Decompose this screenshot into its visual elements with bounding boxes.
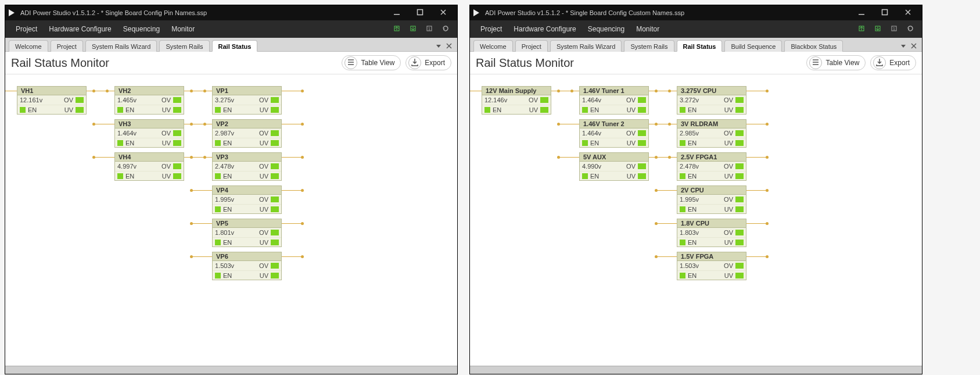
rail-node[interactable]: VH4 4.997v OV EN UV bbox=[114, 152, 184, 181]
rail-node[interactable]: 2.5V FPGA1 2.478v OV EN UV bbox=[677, 152, 746, 181]
uv-led bbox=[271, 173, 279, 179]
close-button[interactable] bbox=[896, 6, 920, 20]
connector-dot bbox=[190, 90, 193, 92]
toolbar-refresh[interactable] bbox=[439, 22, 453, 36]
close-button[interactable] bbox=[432, 6, 455, 20]
en-led bbox=[215, 273, 221, 278]
ov-label: OV bbox=[161, 163, 171, 170]
rail-node[interactable]: VP5 1.801v OV EN UV bbox=[212, 219, 282, 247]
tab-rail-status[interactable]: Rail Status bbox=[677, 40, 723, 52]
rail-node[interactable]: VP3 2.478v OV EN UV bbox=[212, 152, 282, 181]
tab-system-rails[interactable]: System Rails bbox=[624, 40, 674, 52]
rail-node[interactable]: 2V CPU 1.995v OV EN UV bbox=[677, 185, 746, 214]
rail-node[interactable]: 1.5V FPGA 1.503v OV EN UV bbox=[677, 252, 746, 280]
rail-diagram[interactable]: 12V Main Supply 12.146v OV EN UV 1.46V T… bbox=[470, 74, 922, 366]
connector-dot bbox=[766, 123, 769, 126]
rail-node[interactable]: VH3 1.464v OV EN UV bbox=[114, 119, 184, 148]
tab-rail-status[interactable]: Rail Status bbox=[212, 40, 258, 52]
play-icon bbox=[8, 9, 16, 17]
rail-node[interactable]: 5V AUX 4.990v OV EN UV bbox=[579, 152, 649, 181]
en-led bbox=[215, 206, 221, 212]
uv-led bbox=[540, 107, 548, 113]
rail-node[interactable]: VH2 1.465v OV EN UV bbox=[114, 86, 184, 115]
rail-diagram[interactable]: VH1 12.161v OV EN UV VH2 1.465v OV bbox=[5, 74, 457, 366]
rail-node[interactable]: 1.8V CPU 1.803v OV EN UV bbox=[677, 219, 746, 247]
tab-system-rails[interactable]: System Rails bbox=[159, 40, 209, 52]
uv-label: UV bbox=[260, 173, 268, 180]
en-led bbox=[582, 173, 588, 179]
tab-project[interactable]: Project bbox=[515, 40, 548, 52]
connector-dot bbox=[190, 189, 193, 192]
rail-name: VH3 bbox=[114, 119, 184, 128]
toolbar-chip-up[interactable] bbox=[390, 22, 404, 36]
toolbar-chip[interactable]: 1 bbox=[422, 22, 436, 36]
en-led bbox=[117, 173, 123, 179]
menu-project[interactable]: Project bbox=[475, 20, 508, 38]
export-button[interactable]: Export bbox=[405, 55, 451, 70]
window-title: ADI Power Studio v1.5.1.2 - * Single Boa… bbox=[485, 9, 850, 16]
tab-system-rails-wizard[interactable]: System Rails Wizard bbox=[85, 40, 157, 52]
en-label: EN bbox=[688, 206, 724, 213]
rail-node[interactable]: VH1 12.161v OV EN UV bbox=[17, 86, 87, 115]
rail-voltage: 2.985v bbox=[680, 130, 724, 137]
tab-menu-button[interactable] bbox=[434, 42, 443, 51]
tab-system-rails-wizard[interactable]: System Rails Wizard bbox=[550, 40, 622, 52]
chevron-down-icon bbox=[900, 43, 906, 50]
rail-node[interactable]: VP4 1.995v OV EN UV bbox=[212, 185, 282, 214]
menu-hardware-configure[interactable]: Hardware Configure bbox=[508, 20, 581, 38]
menu-sequencing[interactable]: Sequencing bbox=[117, 20, 166, 38]
panel-title: Rail Status Monitor bbox=[11, 56, 337, 70]
minimize-button[interactable] bbox=[385, 6, 408, 20]
en-label: EN bbox=[688, 140, 724, 147]
tab-close-button[interactable] bbox=[444, 42, 454, 51]
ov-led bbox=[735, 230, 744, 235]
en-label: EN bbox=[493, 106, 529, 113]
menu-monitor[interactable]: Monitor bbox=[630, 20, 665, 38]
window-title: ADI Power Studio v1.5.1.2 - * Single Boa… bbox=[20, 9, 385, 16]
maximize-button[interactable] bbox=[873, 6, 896, 20]
x-icon bbox=[446, 43, 452, 50]
toolbar-refresh[interactable] bbox=[903, 22, 917, 36]
tab-menu-button[interactable] bbox=[899, 42, 908, 51]
chip-up-icon bbox=[392, 24, 401, 35]
rail-node[interactable]: VP1 3.275v OV EN UV bbox=[212, 86, 282, 115]
close-icon bbox=[904, 9, 911, 17]
rail-node[interactable]: 3V RLDRAM 2.985v OV EN UV bbox=[677, 119, 746, 148]
table-view-button[interactable]: Table View bbox=[342, 55, 401, 70]
toolbar-chip-down[interactable] bbox=[871, 22, 885, 36]
rail-node[interactable]: VP6 1.503v OV EN UV bbox=[212, 252, 282, 280]
tab-welcome[interactable]: Welcome bbox=[9, 40, 48, 52]
rail-node[interactable]: 1.46V Tuner 1 1.464v OV EN UV bbox=[579, 86, 649, 115]
table-view-button[interactable]: Table View bbox=[806, 55, 866, 70]
menubar: ProjectHardware ConfigureSequencingMonit… bbox=[470, 20, 922, 38]
menu-sequencing[interactable]: Sequencing bbox=[582, 20, 630, 38]
minimize-button[interactable] bbox=[850, 6, 873, 20]
list-icon bbox=[811, 58, 820, 69]
en-led bbox=[215, 107, 221, 113]
rail-name: 5V AUX bbox=[579, 152, 649, 161]
rail-node[interactable]: VP2 2.987v OV EN UV bbox=[212, 119, 282, 148]
rail-node[interactable]: 3.275V CPU 3.272v OV EN UV bbox=[677, 86, 746, 115]
toolbar-chip-down[interactable] bbox=[406, 22, 420, 36]
connector-dot bbox=[190, 156, 193, 159]
tab-close-button[interactable] bbox=[909, 42, 918, 51]
maximize-button[interactable] bbox=[408, 6, 432, 20]
ov-label: OV bbox=[259, 229, 268, 236]
tab-welcome[interactable]: Welcome bbox=[473, 40, 513, 52]
menu-hardware-configure[interactable]: Hardware Configure bbox=[43, 20, 117, 38]
toolbar-chip-up[interactable] bbox=[855, 22, 868, 36]
en-led bbox=[680, 173, 685, 179]
menubar: ProjectHardware ConfigureSequencingMonit… bbox=[5, 20, 457, 38]
rail-name: 12V Main Supply bbox=[482, 86, 551, 95]
rail-node[interactable]: 12V Main Supply 12.146v OV EN UV bbox=[482, 86, 551, 115]
menu-monitor[interactable]: Monitor bbox=[166, 20, 200, 38]
tab-build-sequence[interactable]: Build Sequence bbox=[724, 40, 782, 52]
menu-project[interactable]: Project bbox=[10, 20, 43, 38]
tab-project[interactable]: Project bbox=[51, 40, 83, 52]
connector-dot bbox=[766, 156, 769, 159]
toolbar-chip[interactable]: 1 bbox=[887, 22, 901, 36]
app-window: ADI Power Studio v1.5.1.2 - * Single Boa… bbox=[469, 5, 922, 374]
export-button[interactable]: Export bbox=[870, 55, 916, 70]
rail-node[interactable]: 1.46V Tuner 2 1.464v OV EN UV bbox=[579, 119, 649, 148]
tab-blackbox-status[interactable]: Blackbox Status bbox=[784, 40, 843, 52]
